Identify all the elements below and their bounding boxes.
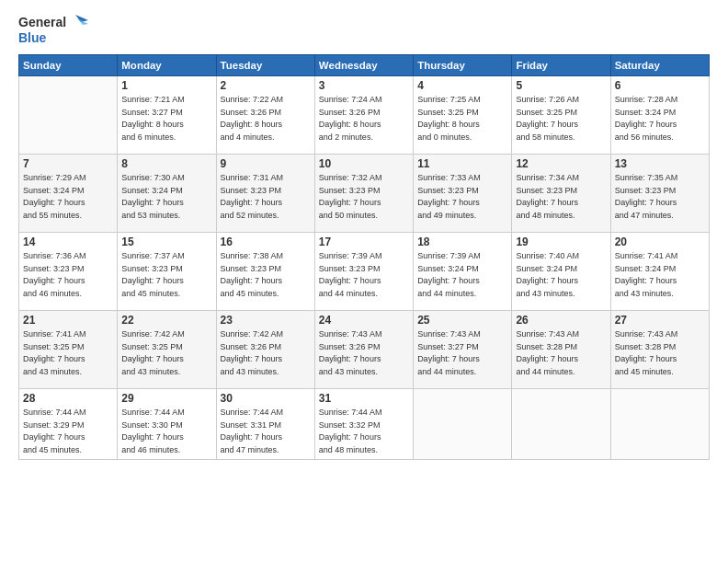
weekday-header: Sunday <box>19 55 118 76</box>
day-info: Sunrise: 7:35 AM Sunset: 3:23 PM Dayligh… <box>615 172 705 222</box>
calendar-cell: 11Sunrise: 7:33 AM Sunset: 3:23 PM Dayli… <box>414 155 512 233</box>
day-number: 30 <box>221 392 311 405</box>
day-info: Sunrise: 7:28 AM Sunset: 3:24 PM Dayligh… <box>615 94 705 144</box>
weekday-header: Thursday <box>414 55 512 76</box>
calendar-cell: 1Sunrise: 7:21 AM Sunset: 3:27 PM Daylig… <box>118 76 216 155</box>
calendar-cell: 2Sunrise: 7:22 AM Sunset: 3:26 PM Daylig… <box>216 76 314 155</box>
calendar-cell: 19Sunrise: 7:40 AM Sunset: 3:24 PM Dayli… <box>512 233 610 311</box>
calendar-cell: 3Sunrise: 7:24 AM Sunset: 3:26 PM Daylig… <box>314 76 413 155</box>
day-info: Sunrise: 7:36 AM Sunset: 3:23 PM Dayligh… <box>23 250 113 300</box>
day-info: Sunrise: 7:39 AM Sunset: 3:23 PM Dayligh… <box>319 250 409 300</box>
logo: General Blue <box>18 15 88 45</box>
calendar-cell: 21Sunrise: 7:41 AM Sunset: 3:25 PM Dayli… <box>19 311 118 389</box>
day-info: Sunrise: 7:40 AM Sunset: 3:24 PM Dayligh… <box>516 250 606 300</box>
day-number: 27 <box>615 314 705 327</box>
day-number: 22 <box>121 314 211 327</box>
weekday-header: Monday <box>118 55 216 76</box>
calendar-cell <box>512 389 610 460</box>
day-info: Sunrise: 7:24 AM Sunset: 3:26 PM Dayligh… <box>319 94 409 144</box>
day-info: Sunrise: 7:43 AM Sunset: 3:28 PM Dayligh… <box>516 328 606 378</box>
day-number: 17 <box>319 236 409 248</box>
logo-general: General <box>18 16 66 29</box>
day-number: 4 <box>417 79 507 92</box>
day-number: 5 <box>516 79 606 92</box>
day-number: 19 <box>516 236 606 248</box>
day-info: Sunrise: 7:44 AM Sunset: 3:29 PM Dayligh… <box>23 407 113 456</box>
day-number: 13 <box>615 157 705 170</box>
day-number: 29 <box>121 392 211 405</box>
calendar: SundayMondayTuesdayWednesdayThursdayFrid… <box>18 54 710 460</box>
calendar-week: 21Sunrise: 7:41 AM Sunset: 3:25 PM Dayli… <box>19 311 710 389</box>
day-info: Sunrise: 7:44 AM Sunset: 3:32 PM Dayligh… <box>319 407 409 456</box>
calendar-week: 28Sunrise: 7:44 AM Sunset: 3:29 PM Dayli… <box>19 389 710 460</box>
calendar-cell: 14Sunrise: 7:36 AM Sunset: 3:23 PM Dayli… <box>19 233 118 311</box>
day-info: Sunrise: 7:26 AM Sunset: 3:25 PM Dayligh… <box>516 94 606 144</box>
calendar-cell <box>610 389 709 460</box>
calendar-cell: 10Sunrise: 7:32 AM Sunset: 3:23 PM Dayli… <box>314 155 413 233</box>
day-info: Sunrise: 7:43 AM Sunset: 3:28 PM Dayligh… <box>615 328 705 378</box>
day-number: 10 <box>319 157 409 170</box>
day-info: Sunrise: 7:34 AM Sunset: 3:23 PM Dayligh… <box>516 172 606 222</box>
calendar-cell: 5Sunrise: 7:26 AM Sunset: 3:25 PM Daylig… <box>512 76 610 155</box>
day-info: Sunrise: 7:33 AM Sunset: 3:23 PM Dayligh… <box>417 172 507 222</box>
day-number: 20 <box>615 236 705 248</box>
day-number: 31 <box>319 392 409 405</box>
calendar-week: 7Sunrise: 7:29 AM Sunset: 3:24 PM Daylig… <box>19 155 710 233</box>
day-info: Sunrise: 7:21 AM Sunset: 3:27 PM Dayligh… <box>121 94 211 144</box>
day-info: Sunrise: 7:32 AM Sunset: 3:23 PM Dayligh… <box>319 172 409 222</box>
header-row: SundayMondayTuesdayWednesdayThursdayFrid… <box>19 55 710 76</box>
day-info: Sunrise: 7:41 AM Sunset: 3:25 PM Dayligh… <box>23 328 113 378</box>
day-number: 1 <box>121 79 211 92</box>
day-number: 18 <box>417 236 507 248</box>
day-number: 16 <box>221 236 311 248</box>
calendar-cell: 6Sunrise: 7:28 AM Sunset: 3:24 PM Daylig… <box>610 76 709 155</box>
calendar-cell: 16Sunrise: 7:38 AM Sunset: 3:23 PM Dayli… <box>216 233 314 311</box>
calendar-cell <box>19 76 118 155</box>
day-info: Sunrise: 7:42 AM Sunset: 3:26 PM Dayligh… <box>221 328 311 378</box>
day-number: 24 <box>319 314 409 327</box>
day-info: Sunrise: 7:43 AM Sunset: 3:26 PM Dayligh… <box>319 328 409 378</box>
calendar-cell: 8Sunrise: 7:30 AM Sunset: 3:24 PM Daylig… <box>118 155 216 233</box>
day-info: Sunrise: 7:43 AM Sunset: 3:27 PM Dayligh… <box>417 328 507 378</box>
day-info: Sunrise: 7:39 AM Sunset: 3:24 PM Dayligh… <box>417 250 507 300</box>
day-number: 2 <box>221 79 311 92</box>
day-number: 15 <box>121 236 211 248</box>
calendar-cell: 15Sunrise: 7:37 AM Sunset: 3:23 PM Dayli… <box>118 233 216 311</box>
day-number: 9 <box>221 157 311 170</box>
day-info: Sunrise: 7:44 AM Sunset: 3:30 PM Dayligh… <box>121 407 211 456</box>
calendar-cell: 20Sunrise: 7:41 AM Sunset: 3:24 PM Dayli… <box>610 233 709 311</box>
day-number: 28 <box>23 392 113 405</box>
calendar-cell: 25Sunrise: 7:43 AM Sunset: 3:27 PM Dayli… <box>414 311 512 389</box>
day-info: Sunrise: 7:29 AM Sunset: 3:24 PM Dayligh… <box>23 172 113 222</box>
calendar-cell: 17Sunrise: 7:39 AM Sunset: 3:23 PM Dayli… <box>314 233 413 311</box>
weekday-header: Tuesday <box>216 55 314 76</box>
logo-blue: Blue <box>18 31 46 45</box>
logo-bird-icon <box>68 15 88 31</box>
calendar-cell: 31Sunrise: 7:44 AM Sunset: 3:32 PM Dayli… <box>314 389 413 460</box>
weekday-header: Friday <box>512 55 610 76</box>
header: General Blue <box>18 15 710 45</box>
calendar-cell: 27Sunrise: 7:43 AM Sunset: 3:28 PM Dayli… <box>610 311 709 389</box>
calendar-cell: 30Sunrise: 7:44 AM Sunset: 3:31 PM Dayli… <box>216 389 314 460</box>
day-info: Sunrise: 7:41 AM Sunset: 3:24 PM Dayligh… <box>615 250 705 300</box>
calendar-cell <box>414 389 512 460</box>
day-info: Sunrise: 7:22 AM Sunset: 3:26 PM Dayligh… <box>221 94 311 144</box>
calendar-cell: 4Sunrise: 7:25 AM Sunset: 3:25 PM Daylig… <box>414 76 512 155</box>
day-number: 21 <box>23 314 113 327</box>
day-number: 23 <box>221 314 311 327</box>
day-info: Sunrise: 7:38 AM Sunset: 3:23 PM Dayligh… <box>221 250 311 300</box>
day-info: Sunrise: 7:30 AM Sunset: 3:24 PM Dayligh… <box>121 172 211 222</box>
day-number: 6 <box>615 79 705 92</box>
calendar-cell: 24Sunrise: 7:43 AM Sunset: 3:26 PM Dayli… <box>314 311 413 389</box>
day-info: Sunrise: 7:44 AM Sunset: 3:31 PM Dayligh… <box>221 407 311 456</box>
day-number: 14 <box>23 236 113 248</box>
day-info: Sunrise: 7:25 AM Sunset: 3:25 PM Dayligh… <box>417 94 507 144</box>
day-number: 11 <box>417 157 507 170</box>
day-number: 12 <box>516 157 606 170</box>
calendar-cell: 7Sunrise: 7:29 AM Sunset: 3:24 PM Daylig… <box>19 155 118 233</box>
weekday-header: Saturday <box>610 55 709 76</box>
day-info: Sunrise: 7:31 AM Sunset: 3:23 PM Dayligh… <box>221 172 311 222</box>
calendar-cell: 29Sunrise: 7:44 AM Sunset: 3:30 PM Dayli… <box>118 389 216 460</box>
calendar-cell: 22Sunrise: 7:42 AM Sunset: 3:25 PM Dayli… <box>118 311 216 389</box>
calendar-cell: 9Sunrise: 7:31 AM Sunset: 3:23 PM Daylig… <box>216 155 314 233</box>
